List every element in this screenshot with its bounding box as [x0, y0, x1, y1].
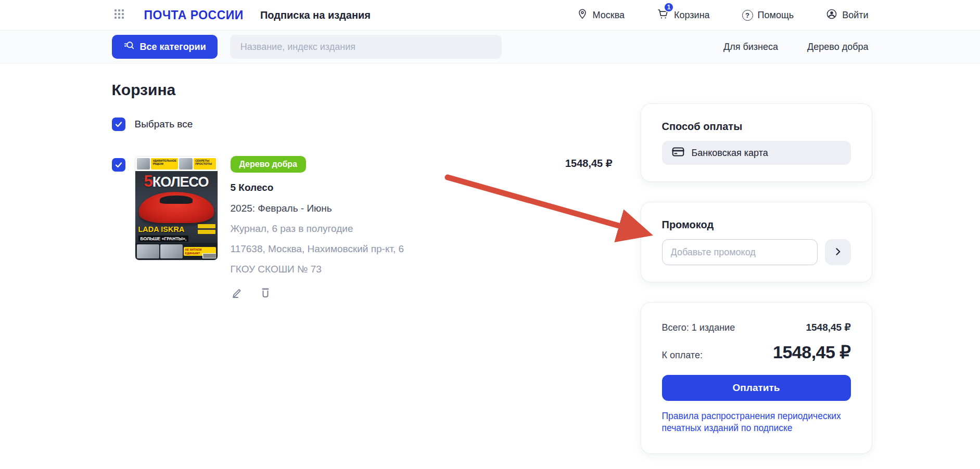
- item-title[interactable]: 5 Колесо: [231, 182, 404, 193]
- business-link[interactable]: Для бизнеса: [723, 42, 778, 53]
- help-label: Помощь: [758, 10, 794, 21]
- apps-grid-button[interactable]: [112, 8, 126, 22]
- pay-button[interactable]: Оплатить: [662, 375, 851, 401]
- payment-method-title: Способ оплаты: [662, 121, 851, 133]
- chevron-right-icon: [833, 246, 843, 258]
- location-pin-icon: [577, 8, 588, 22]
- location-label: Москва: [593, 10, 625, 21]
- cover-top-left-text: УДИВИТЕЛЬНОЕ РЯДОМ: [151, 158, 178, 170]
- cover-car-illustration: [139, 192, 214, 223]
- item-type: Журнал, 6 раз в полугодие: [231, 223, 404, 234]
- page-title: Корзина: [112, 81, 869, 99]
- select-all-checkbox[interactable]: [112, 118, 125, 131]
- trash-icon: [259, 286, 272, 301]
- order-summary-card: Всего: 1 издание 1548,45 ₽ К оплате: 154…: [641, 303, 872, 453]
- credit-card-icon: [671, 145, 685, 161]
- help-nav[interactable]: ? Помощь: [742, 10, 794, 21]
- search-filter-icon: [123, 40, 135, 54]
- summary-due-label: К оплате:: [662, 350, 703, 361]
- item-price: 1548,45 ₽: [565, 156, 613, 170]
- main-content: Корзина Выбрать все УДИВИТЕЛЬНОЕ РЯДОМ С…: [112, 63, 869, 300]
- cart-item: УДИВИТЕЛЬНОЕ РЯДОМ СЕКРЕТЫ ПРОСТОТЫ 5КОЛ…: [112, 156, 613, 300]
- search-bar: Все категории Для бизнеса Дерево добра: [0, 30, 980, 63]
- summary-due-value: 1548,45 ₽: [773, 342, 850, 362]
- payment-method-label: Банковская карта: [692, 148, 768, 159]
- item-subscription-period: 2025: Февраль - Июнь: [231, 203, 404, 214]
- app-title: Подписка на издания: [260, 9, 371, 21]
- select-all-label: Выбрать все: [135, 119, 193, 130]
- cart-icon: 1: [657, 8, 669, 23]
- item-address: 117638, Москва, Нахимовский пр-кт, 6: [231, 243, 404, 255]
- help-icon: ?: [742, 10, 753, 21]
- edit-item-button[interactable]: [231, 286, 244, 300]
- login-nav[interactable]: Войти: [826, 8, 868, 22]
- checkout-sidebar: Способ оплаты Банковская карта Промокод: [641, 104, 872, 453]
- promo-code-card: Промокод: [641, 202, 872, 282]
- cart-nav[interactable]: 1 Корзина: [657, 8, 710, 23]
- tree-of-good-link[interactable]: Дерево добра: [807, 42, 868, 53]
- logo[interactable]: ПОЧТА РОССИИ: [144, 8, 244, 22]
- cover-subheadline-1: БОЛЬШЕ «ГРАНТЫ»,: [138, 236, 189, 242]
- item-checkbox[interactable]: [112, 158, 125, 172]
- payment-method-button[interactable]: Банковская карта: [662, 141, 851, 165]
- cover-barcode: [202, 253, 216, 258]
- cover-headline: LADA ISKRA: [138, 225, 185, 233]
- summary-total-label: Всего: 1 издание: [662, 322, 735, 333]
- cover-side-blocks: [198, 224, 215, 234]
- payment-method-card: Способ оплаты Банковская карта: [641, 104, 872, 181]
- user-icon: [826, 8, 837, 22]
- promo-code-input[interactable]: [662, 239, 818, 265]
- all-categories-button[interactable]: Все категории: [112, 35, 218, 59]
- promo-submit-button[interactable]: [825, 239, 851, 265]
- cart-count-badge: 1: [664, 2, 674, 12]
- distribution-rules-link[interactable]: Правила распространения периодических пе…: [662, 410, 851, 435]
- location-selector[interactable]: Москва: [577, 8, 625, 22]
- magazine-cover: УДИВИТЕЛЬНОЕ РЯДОМ СЕКРЕТЫ ПРОСТОТЫ 5КОЛ…: [135, 156, 218, 260]
- delete-item-button[interactable]: [259, 286, 272, 300]
- grid-icon: [113, 8, 125, 22]
- pencil-icon: [231, 286, 244, 301]
- search-input[interactable]: [230, 35, 502, 59]
- promo-title: Промокод: [662, 219, 851, 231]
- summary-total-value: 1548,45 ₽: [806, 321, 850, 333]
- cover-masthead: 5КОЛЕСО: [135, 172, 218, 191]
- tree-of-good-badge: Дерево добра: [231, 156, 307, 173]
- cart-label: Корзина: [674, 10, 710, 21]
- item-recipient: ГКОУ СКОШИ № 73: [231, 264, 404, 275]
- header: ПОЧТА РОССИИ Подписка на издания Москва: [0, 0, 980, 30]
- login-label: Войти: [842, 10, 868, 21]
- all-categories-label: Все категории: [140, 42, 206, 53]
- cover-top-right-text: СЕКРЕТЫ ПРОСТОТЫ: [194, 158, 215, 170]
